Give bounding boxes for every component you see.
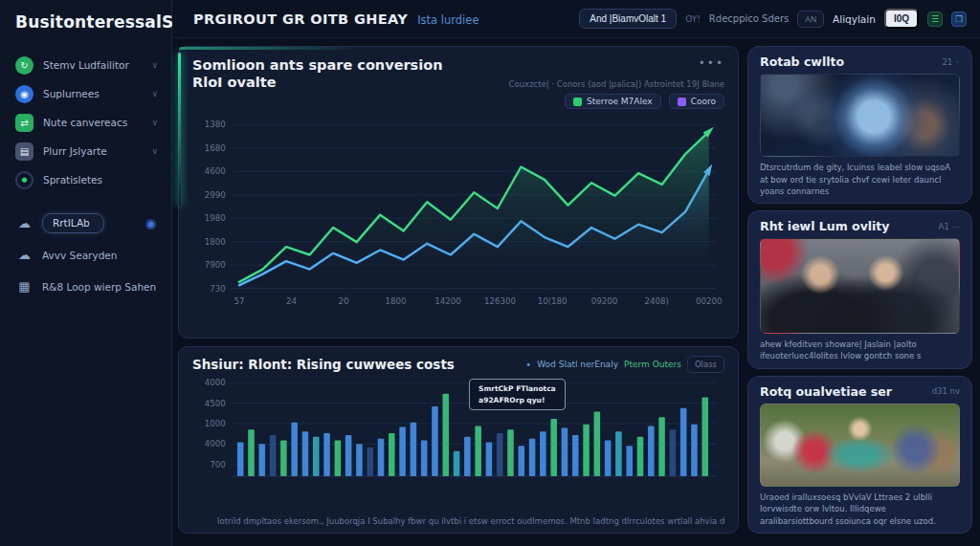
news-card-1-meta[interactable]: 21 ◦ (942, 57, 960, 67)
conversion-chart-card: Somlioon ants spare conversion RloI oval… (178, 46, 739, 339)
news-card-3-title: Rotq oualvetiae ser (760, 384, 892, 399)
svg-text:00200: 00200 (696, 296, 723, 306)
svg-text:4000: 4000 (205, 378, 226, 387)
chart2-caption: Iotrild dmpltaos ekersom., Juuborqja I S… (192, 515, 724, 529)
svg-text:1800: 1800 (386, 296, 407, 306)
svg-text:14200: 14200 (434, 296, 461, 306)
sidebar-item-5[interactable]: ●Spratisletes (15, 165, 162, 194)
news-card-1-caption: Dtsrcutrdum de gity, lcuinss leabel slow… (760, 162, 960, 197)
sidebar-divider (15, 194, 162, 207)
costs-chart-card: Shsiur: Rlont: Rising cuwwees costs • Wo… (178, 346, 739, 534)
news-card-2-caption: ahew kfeditven showare| Jaslain |aolto i… (760, 339, 960, 362)
chevron-down-icon: ∨ (151, 118, 158, 127)
legend-label-2: Cooro (691, 97, 716, 106)
svg-text:2408): 2408) (644, 296, 668, 306)
header-actions: And |BiamvOlalt 1 OY! Rdecppico Sders AN… (579, 9, 967, 29)
chevron-down-icon: ∨ (151, 60, 158, 70)
cloud-sync-icon: ☁ (15, 246, 33, 264)
chart1-title: Somlioon ants spare conversion RloI oval… (192, 56, 443, 91)
sidebar-tool-label: RrtILAb (42, 213, 104, 233)
sidebar-tools: ☁RrtILAb◉☁Avvv Searyden▦R&8 Loop wierp S… (15, 207, 162, 302)
news-card-1-image (760, 74, 960, 157)
svg-text:730: 730 (210, 284, 226, 294)
svg-text:2990: 2990 (205, 190, 226, 200)
sidebar-nav: ↻Stemv Ludfailitor∨◉Suplurnees∨⇄Nute can… (15, 51, 162, 194)
news-card-3-caption: Uraoed iralluxsoesq bVvlaV Lttraes 2 ulb… (760, 491, 960, 527)
cloud-icon: ☁ (15, 214, 33, 232)
news-card-3-meta[interactable]: d31 nv (932, 386, 960, 396)
users-icon: ◉ (15, 85, 33, 103)
sidebar-item-label: Stemv Ludfailitor (43, 59, 142, 71)
header-user-label: Aliqylain (833, 13, 876, 25)
notifications-icon[interactable]: ☰ (927, 11, 943, 27)
bar-chart[interactable]: SmrtCkP FTlanotca a92AFROrp qyu! 4000450… (192, 375, 724, 515)
chart2-legend-green: Pterm Outers (624, 360, 681, 369)
header-secondary-chip[interactable]: AN (797, 11, 824, 28)
news-column: Rotab cwllto 21 ◦ Dtsrcutrdum de gity, l… (747, 46, 972, 534)
news-card-1[interactable]: Rotab cwllto 21 ◦ Dtsrcutrdum de gity, l… (747, 46, 972, 204)
charts-column: Somlioon ants spare conversion RloI oval… (178, 46, 739, 534)
news-card-1-title: Rotab cwllto (760, 55, 844, 69)
chart-tooltip: SmrtCkP FTlanotca a92AFROrp qyu! (469, 379, 566, 410)
apps-icon[interactable]: ❐ (951, 11, 967, 27)
sidebar-item-4[interactable]: ▤Plurr Jslyarte∨ (15, 137, 162, 165)
svg-text:7900: 7900 (205, 260, 226, 270)
news-card-2[interactable]: Rht iewl Lum ovlity A1 ⋯ ahew kfeditven … (747, 210, 972, 368)
sidebar-item-label: Spratisletes (43, 174, 162, 186)
chart2-legend-chip[interactable]: Olass (687, 356, 724, 373)
chevron-down-icon: ∨ (151, 89, 158, 98)
sidebar-tool-3[interactable]: ▦R&8 Loop wierp Sahen (15, 271, 162, 302)
svg-text:57: 57 (234, 296, 244, 306)
svg-text:4500: 4500 (205, 399, 226, 408)
refresh-icon: ↻ (15, 56, 33, 75)
page-subtitle: Ista lurdiee (417, 13, 479, 27)
header-count-chip[interactable]: I0Q (884, 9, 919, 29)
legend-series-2[interactable]: Cooro (669, 94, 724, 109)
sidebar-tool-2[interactable]: ☁Avvv Searyden (15, 239, 162, 271)
chevron-down-icon: ∨ (151, 146, 158, 156)
header-title-group: PRGIROUT GR OITB GHEAY Ista lurdiee (193, 11, 479, 27)
news-card-3[interactable]: Rotq oualvetiae ser d31 nv Uraoed irallu… (747, 376, 972, 534)
svg-text:1680: 1680 (205, 143, 226, 153)
svg-text:4600: 4600 (205, 167, 226, 177)
svg-text:1380: 1380 (205, 120, 226, 130)
chart2-header: Shsiur: Rlont: Rising cuwwees costs • Wo… (192, 356, 724, 373)
sidebar-item-1[interactable]: ↻Stemv Ludfailitor∨ (15, 51, 162, 79)
legend-dot-icon: • (525, 360, 531, 370)
gallery-icon: ▦ (15, 277, 33, 295)
header-secondary-label: Rdecppico Sders (709, 13, 789, 24)
header-primary-button[interactable]: And |BiamvOlalt 1 (579, 9, 677, 29)
content-area: Somlioon ants spare conversion RloI oval… (172, 38, 980, 546)
sidebar-item-label: Suplurnees (43, 88, 142, 99)
svg-text:700: 700 (210, 460, 226, 470)
svg-text:10(180: 10(180 (538, 296, 568, 306)
top-header: PRGIROUT GR OITB GHEAY Ista lurdiee And … (172, 0, 980, 38)
line-chart[interactable]: 1380168046002990198018007900730572420180… (192, 113, 724, 323)
tooltip-line-2: a92AFROrp qyu! (479, 395, 556, 405)
legend-swatch-green (573, 98, 582, 106)
news-card-3-header: Rotq oualvetiae ser d31 nv (760, 384, 960, 399)
sidebar-tool-1[interactable]: ☁RrtILAb◉ (15, 207, 162, 239)
chart1-menu-icon[interactable]: ••• (699, 56, 724, 70)
sidebar-item-3[interactable]: ⇄Nute canvereacs∨ (15, 108, 162, 137)
chart2-legend: • Wod Slatl nerEnaly Pterm Outers Olass (525, 356, 724, 373)
tooltip-line-1: SmrtCkP FTlanotca (479, 383, 556, 394)
sidebar-item-2[interactable]: ◉Suplurnees∨ (15, 79, 162, 108)
status-dot-icon: ● (15, 171, 33, 189)
chart1-meta-text: Couxzcte| · Conors (aod |palica|) Astroi… (509, 79, 724, 89)
tool-badge-icon[interactable]: ◉ (145, 216, 156, 230)
legend-series-1[interactable]: Sterroe M7Alex (565, 94, 661, 109)
news-card-2-image (760, 238, 960, 334)
app-logo: BusitonteressalS (15, 12, 162, 32)
sidebar: BusitonteressalS ↻Stemv Ludfailitor∨◉Sup… (0, 0, 172, 546)
chart2-title: Shsiur: Rlont: Rising cuwwees costs (192, 357, 455, 372)
news-card-2-meta[interactable]: A1 ⋯ (939, 222, 960, 231)
panel-icon: ▤ (15, 142, 33, 161)
sidebar-item-label: Plurr Jslyarte (43, 145, 142, 157)
news-card-1-header: Rotab cwllto 21 ◦ (760, 55, 960, 69)
svg-text:20: 20 (339, 296, 349, 306)
header-button-suffix: OY! (685, 14, 701, 24)
sidebar-item-label: Nute canvereacs (43, 117, 142, 128)
svg-text:1000: 1000 (205, 419, 226, 428)
svg-text:24: 24 (286, 296, 298, 306)
